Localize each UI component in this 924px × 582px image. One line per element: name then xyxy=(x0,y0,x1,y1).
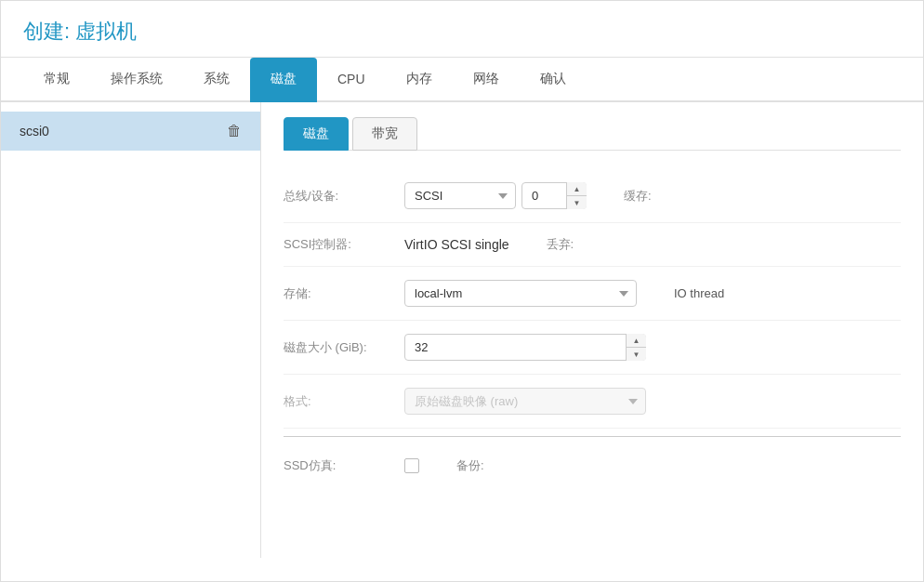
bus-controls: SCSI ▲ ▼ xyxy=(404,182,587,209)
bus-label: 总线/设备: xyxy=(284,188,404,205)
bus-number-wrap: ▲ ▼ xyxy=(521,182,587,209)
disk-size-label: 磁盘大小 (GiB): xyxy=(284,339,404,356)
bus-device-row: 总线/设备: SCSI ▲ ▼ 缓存: xyxy=(284,169,901,223)
tab-memory[interactable]: 内存 xyxy=(386,58,453,102)
title-bar: 创建: 虚拟机 xyxy=(1,1,923,58)
disk-size-decrement[interactable]: ▼ xyxy=(627,348,646,361)
tab-system[interactable]: 系统 xyxy=(183,58,250,102)
tab-general[interactable]: 常规 xyxy=(23,58,90,102)
ssd-row: SSD仿真: 备份: xyxy=(284,444,901,487)
tab-network[interactable]: 网络 xyxy=(453,58,520,102)
disk-size-spinner: ▲ ▼ xyxy=(626,334,646,361)
format-label: 格式: xyxy=(284,393,404,410)
sub-tabs: 磁盘 带宽 xyxy=(284,117,901,151)
discard-label: 丢弃: xyxy=(547,236,574,253)
tab-cpu[interactable]: CPU xyxy=(317,59,386,101)
tab-bar: 常规 操作系统 系统 磁盘 CPU 内存 网络 确认 xyxy=(1,58,923,102)
disk-size-row: 磁盘大小 (GiB): ▲ ▼ xyxy=(284,321,901,375)
tab-os[interactable]: 操作系统 xyxy=(90,58,183,102)
tab-confirm[interactable]: 确认 xyxy=(520,58,587,102)
bus-increment[interactable]: ▲ xyxy=(567,182,587,196)
disk-size-increment[interactable]: ▲ xyxy=(627,334,646,348)
page-title: 创建: 虚拟机 xyxy=(23,18,901,46)
bus-select[interactable]: SCSI xyxy=(404,182,516,209)
bus-spinner: ▲ ▼ xyxy=(566,182,587,209)
main-panel: 磁盘 带宽 总线/设备: SCSI ▲ ▼ xyxy=(261,102,923,558)
sub-tab-disk[interactable]: 磁盘 xyxy=(284,117,349,151)
storage-select[interactable]: local-lvm xyxy=(404,280,637,307)
io-thread-label: IO thread xyxy=(674,286,724,300)
ssd-label: SSD仿真: xyxy=(284,457,404,474)
cache-label: 缓存: xyxy=(624,188,652,205)
format-select: 原始磁盘映像 (raw) xyxy=(404,388,646,415)
separator xyxy=(284,436,901,437)
ssd-checkbox[interactable] xyxy=(404,458,419,473)
scsi-controller-value: VirtIO SCSI single xyxy=(404,237,509,252)
disk-size-wrap: ▲ ▼ xyxy=(404,334,646,361)
main-window: 创建: 虚拟机 常规 操作系统 系统 磁盘 CPU 内存 网络 确认 scsi0… xyxy=(0,0,924,582)
delete-icon[interactable]: 🗑 xyxy=(227,123,242,139)
disk-size-input[interactable] xyxy=(404,334,646,361)
sidebar-item-label: scsi0 xyxy=(20,124,49,139)
scsi-controller-row: SCSI控制器: VirtIO SCSI single 丢弃: xyxy=(284,223,901,267)
storage-label: 存储: xyxy=(284,285,404,302)
backup-label: 备份: xyxy=(456,457,484,474)
tab-disk[interactable]: 磁盘 xyxy=(250,58,317,102)
storage-row: 存储: local-lvm IO thread xyxy=(284,267,901,321)
content-area: scsi0 🗑 磁盘 带宽 总线/设备: SCSI xyxy=(1,102,923,558)
sidebar: scsi0 🗑 xyxy=(1,102,261,558)
sidebar-item-scsi0[interactable]: scsi0 🗑 xyxy=(1,112,260,151)
format-row: 格式: 原始磁盘映像 (raw) xyxy=(284,375,901,429)
sub-tab-bandwidth[interactable]: 带宽 xyxy=(352,117,417,151)
bus-decrement[interactable]: ▼ xyxy=(567,196,587,209)
scsi-controller-label: SCSI控制器: xyxy=(284,236,404,253)
